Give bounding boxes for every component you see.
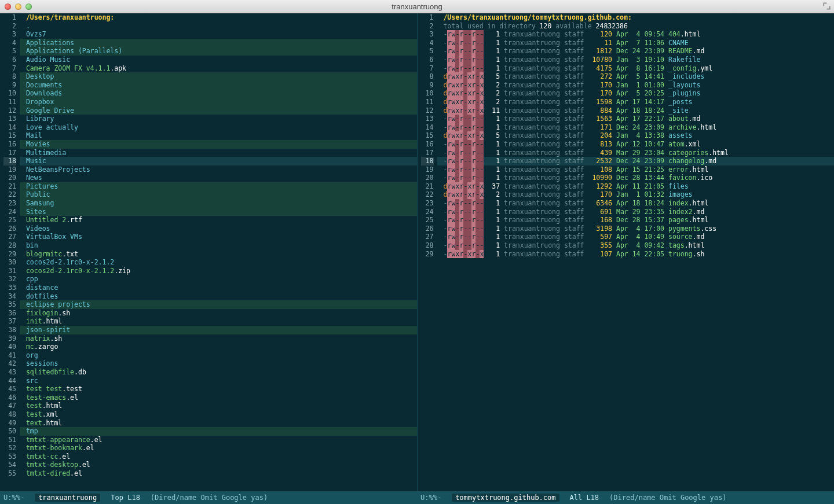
list-item[interactable]: tmtxt-bookmark.el [20, 444, 417, 453]
list-item[interactable]: Camera ZOOM FX v4.1.1.apk [20, 64, 417, 73]
list-item[interactable]: mc.zargo [20, 343, 417, 351]
list-item[interactable]: Desktop [20, 72, 417, 81]
list-item[interactable]: Videos [20, 225, 417, 233]
list-item[interactable]: tmtxt-dired.el [20, 469, 417, 478]
list-item[interactable]: blogrmitc.txt [20, 250, 417, 259]
list-item[interactable]: Applications [20, 39, 417, 47]
left-buffer[interactable]: /Users/tranxuantruong: . 0vzs7 Applicati… [20, 13, 417, 491]
list-item[interactable]: Dropbox [20, 98, 417, 106]
modeline-status: U:%%- [3, 494, 24, 502]
list-item[interactable]: tmtxt-desktop.el [20, 461, 417, 469]
list-item[interactable]: Downloads [20, 89, 417, 98]
list-item[interactable]: -rw-r--r-- 1 tranxuantruong staff 120 Ap… [437, 30, 835, 39]
modeline-buffer: tommytxtruong.github.com [452, 494, 559, 502]
list-item[interactable]: -rw-r--r-- 1 tranxuantruong staff 1563 A… [437, 115, 835, 123]
left-pane[interactable]: 1 2 3 4 5 6 7 8 910111213141516171819202… [0, 13, 418, 491]
list-item[interactable]: Documents [20, 81, 417, 90]
list-item[interactable]: fixlogin.sh [20, 309, 417, 318]
list-item[interactable]: drwxr-xr-x 2 tranxuantruong staff 170 Ap… [437, 89, 835, 98]
modelines: U:%%- tranxuantruong Top L18 (Dired/name… [0, 491, 834, 504]
list-item[interactable]: -rw-r--r-- 1 tranxuantruong staff 168 De… [437, 216, 835, 225]
list-item[interactable]: matrix.sh [20, 334, 417, 343]
list-item[interactable]: -rw-r--r-- 1 tranxuantruong staff 11 Apr… [437, 39, 835, 47]
list-item[interactable]: Google Drive [20, 106, 417, 115]
list-item[interactable]: -rw-r--r-- 1 tranxuantruong staff 171 De… [437, 123, 835, 132]
list-item[interactable]: cocos2d-2.1rc0-x-2.1.2 [20, 258, 417, 267]
list-item[interactable]: -rw-r--r-- 1 tranxuantruong staff 355 Ap… [437, 241, 835, 250]
left-gutter: 1 2 3 4 5 6 7 8 910111213141516171819202… [0, 13, 20, 491]
left-modeline: U:%%- tranxuantruong Top L18 (Dired/name… [0, 491, 417, 504]
titlebar: tranxuantruong [0, 0, 834, 13]
list-item[interactable]: json-spirit [20, 326, 417, 334]
list-item[interactable]: Love actually [20, 123, 417, 132]
list-item[interactable]: -rw-r--r-- 1 tranxuantruong staff 10780 … [437, 56, 835, 64]
list-item[interactable]: -rw-r--r-- 1 tranxuantruong staff 108 Ap… [437, 165, 835, 174]
modeline-buffer: tranxuantruong [35, 494, 100, 502]
list-item[interactable]: -rw-r--r-- 1 tranxuantruong staff 10990 … [437, 174, 835, 182]
list-item[interactable]: test test.test [20, 385, 417, 393]
list-item[interactable]: Applications (Parallels) [20, 47, 417, 56]
list-item[interactable]: drwxr-xr-x 5 tranxuantruong staff 272 Ap… [437, 72, 835, 81]
list-item[interactable]: Untitled 2.rtf [20, 216, 417, 225]
list-item[interactable]: NetBeansProjects [20, 165, 417, 174]
list-item[interactable]: eclipse projects [20, 300, 417, 309]
list-item[interactable]: distance [20, 284, 417, 292]
list-item[interactable]: Library [20, 115, 417, 123]
list-item[interactable]: Movies [20, 140, 417, 149]
list-item[interactable]: org [20, 351, 417, 360]
list-item[interactable]: tmp [20, 427, 417, 436]
list-item[interactable]: drwxr-xr-x 37 tranxuantruong staff 1292 … [437, 182, 835, 191]
list-item[interactable]: -rwxr-xr-x 1 tranxuantruong staff 107 Ap… [437, 250, 835, 259]
list-item[interactable]: cocos2d-2.1rc0-x-2.1.2.zip [20, 267, 417, 275]
list-item[interactable]: drwxr-xr-x 2 tranxuantruong staff 1598 A… [437, 98, 835, 106]
list-item[interactable]: dotfiles [20, 292, 417, 301]
list-item[interactable]: -rw-r--r-- 1 tranxuantruong staff 813 Ap… [437, 140, 835, 149]
list-item[interactable]: sessions [20, 359, 417, 368]
list-item[interactable]: drwxr-xr-x 2 tranxuantruong staff 170 Ja… [437, 190, 835, 199]
list-item[interactable]: News [20, 174, 417, 182]
list-item[interactable]: drwxr-xr-x 5 tranxuantruong staff 204 Ja… [437, 131, 835, 140]
list-item[interactable]: Music [20, 157, 417, 165]
list-item[interactable]: drwxr-xr-x 2 tranxuantruong staff 170 Ja… [437, 81, 835, 90]
modeline-modes: (Dired/name Omit Google yas) [609, 494, 726, 502]
window-title: tranxuantruong [0, 2, 834, 11]
list-item[interactable]: init.html [20, 317, 417, 326]
right-gutter: 1 2 3 4 5 6 7 8 910111213141516171819202… [418, 13, 437, 491]
list-item[interactable]: Public [20, 190, 417, 199]
modeline-status: U:%%- [420, 494, 441, 502]
modeline-modes: (Dired/name Omit Google yas) [151, 494, 268, 502]
list-item[interactable]: text.html [20, 419, 417, 428]
modeline-pos: All L18 [570, 494, 599, 502]
right-pane[interactable]: 1 2 3 4 5 6 7 8 910111213141516171819202… [418, 13, 835, 491]
list-item[interactable]: -rw-r--r-- 1 tranxuantruong staff 3198 A… [437, 225, 835, 233]
list-item[interactable]: test-emacs.el [20, 393, 417, 402]
list-item[interactable]: -rw-r--r-- 1 tranxuantruong staff 439 Ma… [437, 149, 835, 157]
list-item[interactable]: src [20, 377, 417, 385]
list-item[interactable]: -rw-r--r-- 1 tranxuantruong staff 2532 D… [437, 157, 835, 165]
fullscreen-icon[interactable] [823, 2, 831, 10]
list-item[interactable]: Samsung [20, 199, 417, 208]
list-item[interactable]: Mail [20, 131, 417, 140]
list-item[interactable]: 0vzs7 [20, 30, 417, 39]
list-item[interactable]: -rw-r--r-- 1 tranxuantruong staff 6346 A… [437, 199, 835, 208]
list-item[interactable]: sqlitedbfile.db [20, 368, 417, 377]
right-modeline: U:%%- tommytxtruong.github.com All L18 (… [417, 491, 834, 504]
list-item[interactable]: drwxr-xr-x 11 tranxuantruong staff 884 A… [437, 106, 835, 115]
list-item[interactable]: VirtualBox VMs [20, 233, 417, 241]
list-item[interactable]: tmtxt-cc.el [20, 453, 417, 461]
list-item[interactable]: -rw-r--r-- 1 tranxuantruong staff 1812 D… [437, 47, 835, 56]
list-item[interactable]: -rw-r--r-- 1 tranxuantruong staff 691 Ma… [437, 208, 835, 216]
list-item[interactable]: tmtxt-appearance.el [20, 436, 417, 444]
list-item[interactable]: cpp [20, 275, 417, 284]
right-buffer[interactable]: /Users/tranxuantruong/tommytxtruong.gith… [437, 13, 835, 491]
list-item[interactable]: Audio Music [20, 56, 417, 64]
list-item[interactable]: Sites [20, 208, 417, 216]
list-item[interactable]: test.xml [20, 410, 417, 419]
workspace: 1 2 3 4 5 6 7 8 910111213141516171819202… [0, 13, 834, 491]
list-item[interactable]: bin [20, 241, 417, 250]
list-item[interactable]: -rw-r--r-- 1 tranxuantruong staff 597 Ap… [437, 233, 835, 241]
list-item[interactable]: Pictures [20, 182, 417, 191]
list-item[interactable]: Multimedia [20, 149, 417, 157]
list-item[interactable]: -rw-r--r-- 1 tranxuantruong staff 4175 A… [437, 64, 835, 73]
list-item[interactable]: test.html [20, 402, 417, 410]
